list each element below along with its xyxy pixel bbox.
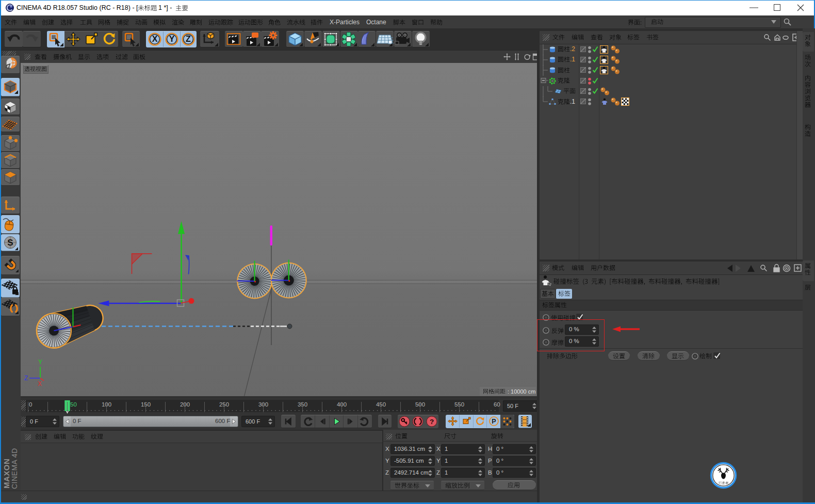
svg-text:600: 600 xyxy=(494,401,500,408)
svg-text:P: P xyxy=(492,418,496,425)
svg-text:Z: Z xyxy=(24,375,28,382)
svg-text:50: 50 xyxy=(70,401,77,408)
svg-text:X: X xyxy=(152,35,158,43)
svg-text:Y: Y xyxy=(169,35,174,43)
svg-text:X: X xyxy=(38,380,42,387)
svg-text:Z: Z xyxy=(186,35,191,43)
svg-text:0: 0 xyxy=(29,401,32,408)
svg-text:Y: Y xyxy=(38,359,42,366)
svg-text:S: S xyxy=(7,238,13,248)
svg-text:?: ? xyxy=(429,418,433,426)
